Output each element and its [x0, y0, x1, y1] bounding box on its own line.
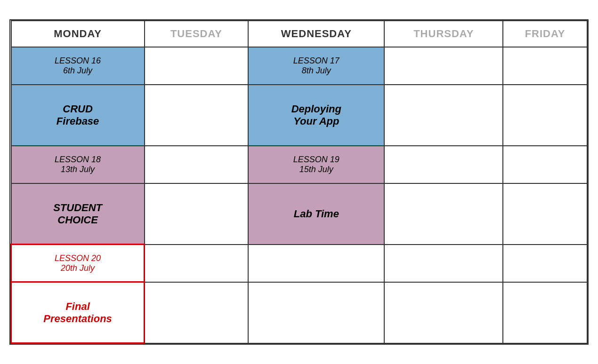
week2-friday-lesson-empty	[503, 146, 587, 183]
header-thursday: THURSDAY	[384, 21, 503, 47]
week2-thursday-content-empty	[384, 183, 503, 245]
calendar-table: MONDAY TUESDAY WEDNESDAY THURSDAY FRIDAY…	[10, 20, 588, 344]
header-monday: MONDAY	[11, 21, 145, 47]
week1-tuesday-content-empty	[145, 85, 249, 146]
week3-thursday-lesson-empty	[384, 245, 503, 282]
calendar-container: MONDAY TUESDAY WEDNESDAY THURSDAY FRIDAY…	[9, 19, 589, 345]
week3-label-row: LESSON 20 20th July	[11, 245, 588, 282]
week2-friday-content-empty	[503, 183, 587, 245]
week2-thursday-lesson-empty	[384, 146, 503, 183]
header-friday: FRIDAY	[503, 21, 587, 47]
header-wednesday: WEDNESDAY	[248, 21, 384, 47]
week1-friday-content-empty	[503, 85, 587, 146]
week3-wednesday-content-empty	[248, 282, 384, 343]
week1-thursday-lesson-empty	[384, 47, 503, 85]
week2-monday-content: STUDENT CHOICE	[11, 183, 145, 245]
week3-thursday-content-empty	[384, 282, 503, 343]
week1-monday-content: CRUD Firebase	[11, 85, 145, 146]
week2-label-row: LESSON 18 13th July LESSON 19 15th July	[11, 146, 588, 183]
week2-tuesday-content-empty	[145, 183, 249, 245]
header-tuesday: TUESDAY	[145, 21, 249, 47]
week1-label-row: LESSON 16 6th July LESSON 17 8th July	[11, 47, 588, 85]
week3-friday-content-empty	[503, 282, 587, 343]
week1-content-row: CRUD Firebase Deploying Your App	[11, 85, 588, 146]
week3-wednesday-lesson-empty	[248, 245, 384, 282]
week1-tuesday-lesson-empty	[145, 47, 249, 85]
week1-thursday-content-empty	[384, 85, 503, 146]
week3-friday-lesson-empty	[503, 245, 587, 282]
header-row: MONDAY TUESDAY WEDNESDAY THURSDAY FRIDAY	[11, 21, 588, 47]
week3-content-row: Final Presentations	[11, 282, 588, 343]
week1-friday-lesson-empty	[503, 47, 587, 85]
week1-wednesday-lesson: LESSON 17 8th July	[248, 47, 384, 85]
week2-monday-lesson: LESSON 18 13th July	[11, 146, 145, 183]
week1-monday-lesson: LESSON 16 6th July	[11, 47, 145, 85]
week3-tuesday-content-empty	[145, 282, 249, 343]
week3-monday-content: Final Presentations	[11, 282, 145, 343]
week3-monday-lesson: LESSON 20 20th July	[11, 245, 145, 282]
week2-wednesday-lesson: LESSON 19 15th July	[248, 146, 384, 183]
week2-content-row: STUDENT CHOICE Lab Time	[11, 183, 588, 245]
week2-wednesday-content: Lab Time	[248, 183, 384, 245]
week2-tuesday-lesson-empty	[145, 146, 249, 183]
week1-wednesday-content: Deploying Your App	[248, 85, 384, 146]
week3-tuesday-lesson-empty	[145, 245, 249, 282]
